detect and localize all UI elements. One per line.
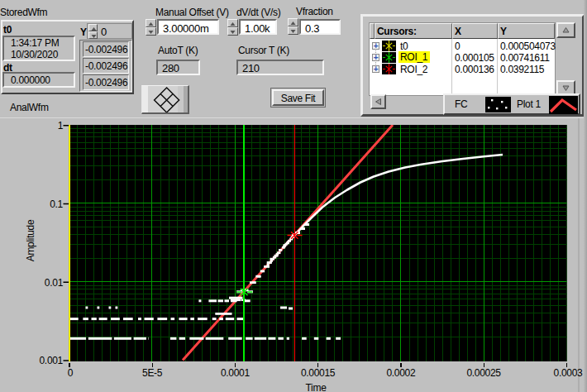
svg-text:5E-5: 5E-5 (142, 367, 163, 379)
svg-text:0.00015: 0.00015 (301, 367, 336, 379)
svg-text:0.0002: 0.0002 (386, 367, 416, 379)
svg-text:0: 0 (68, 367, 74, 379)
svg-text:0.1: 0.1 (50, 198, 63, 210)
svg-text:0.01: 0.01 (45, 277, 64, 289)
svg-text:Time: Time (305, 382, 327, 392)
svg-text:Amplitude: Amplitude (25, 219, 36, 261)
svg-text:0.0001: 0.0001 (221, 367, 251, 379)
svg-text:0.00025: 0.00025 (466, 367, 501, 379)
svg-text:0.0003: 0.0003 (554, 367, 584, 379)
svg-text:1: 1 (58, 120, 64, 131)
svg-text:0.001: 0.001 (39, 355, 63, 366)
